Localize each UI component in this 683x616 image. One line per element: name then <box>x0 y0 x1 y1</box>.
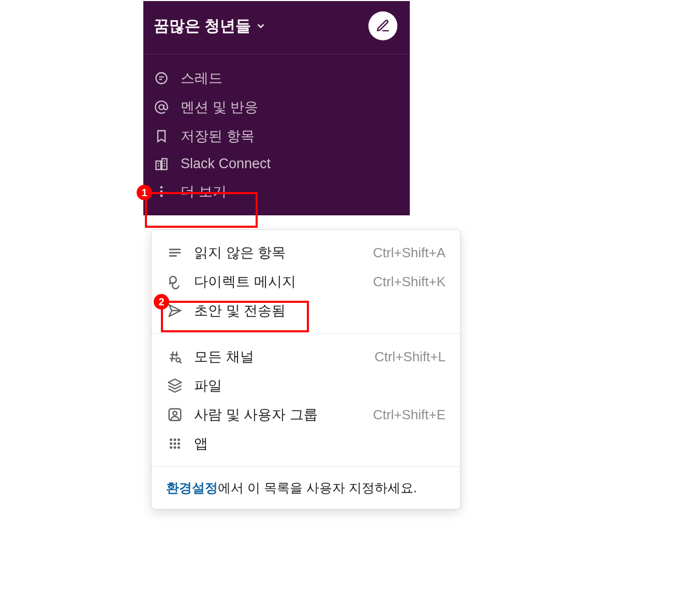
menu-item-label: 사람 및 사용자 그룹 <box>194 405 373 424</box>
sidebar-item-label: Slack Connect <box>181 156 271 172</box>
popup-footer-text: 에서 이 목록을 사용자 지정하세요. <box>218 480 417 495</box>
at-icon <box>154 99 169 115</box>
svg-marker-17 <box>169 379 182 386</box>
popup-section-1: 읽지 않은 항목 Ctrl+Shift+A 다이렉트 메시지 Ctrl+Shif… <box>152 230 460 333</box>
menu-item-drafts[interactable]: 초안 및 전송됨 <box>152 296 460 325</box>
keyboard-shortcut: Ctrl+Shift+K <box>373 274 446 290</box>
layers-icon <box>166 377 184 394</box>
svg-line-14 <box>176 351 177 357</box>
sidebar-item-label: 더 보기 <box>181 182 227 201</box>
hash-search-icon <box>166 348 184 365</box>
more-menu-popup: 읽지 않은 항목 Ctrl+Shift+A 다이렉트 메시지 Ctrl+Shif… <box>151 229 461 509</box>
annotation-badge-2: 2 <box>154 294 169 310</box>
svg-point-21 <box>174 438 176 441</box>
svg-point-27 <box>174 446 176 449</box>
svg-point-4 <box>160 186 163 189</box>
svg-point-20 <box>170 438 172 441</box>
svg-point-28 <box>177 446 180 449</box>
svg-point-22 <box>177 438 180 441</box>
list-icon <box>166 244 184 261</box>
sidebar-item-label: 멘션 및 반응 <box>181 98 258 116</box>
svg-point-23 <box>170 443 172 445</box>
svg-point-25 <box>177 443 180 445</box>
menu-item-label: 초안 및 전송됨 <box>194 301 446 320</box>
popup-section-2: 모든 채널 Ctrl+Shift+L 파일 사람 및 사용자 그룹 Ctrl+S… <box>152 333 460 466</box>
sidebar-item-slack-connect[interactable]: Slack Connect <box>143 151 410 177</box>
svg-line-16 <box>180 361 182 363</box>
svg-line-13 <box>172 351 173 362</box>
slack-sidebar: 꿈많은 청년들 스레드 멘션 및 반응 저장된 항목 <box>143 1 410 215</box>
menu-item-label: 다이렉트 메시지 <box>194 272 373 291</box>
workspace-header: 꿈많은 청년들 <box>143 1 410 54</box>
sidebar-item-saved[interactable]: 저장된 항목 <box>143 122 410 151</box>
menu-item-label: 모든 채널 <box>194 347 375 366</box>
popup-footer: 환경설정에서 이 목록을 사용자 지정하세요. <box>152 466 460 509</box>
chevron-down-icon <box>255 20 266 32</box>
menu-item-label: 파일 <box>194 376 446 395</box>
workspace-switcher[interactable]: 꿈많은 청년들 <box>154 16 266 37</box>
svg-point-19 <box>173 412 177 416</box>
sidebar-item-mentions[interactable]: 멘션 및 반응 <box>143 93 410 122</box>
compose-button[interactable] <box>368 11 397 40</box>
svg-point-6 <box>160 195 163 197</box>
svg-point-0 <box>156 73 167 84</box>
grid-icon <box>166 435 184 452</box>
svg-point-26 <box>170 446 172 449</box>
buildings-icon <box>154 156 169 172</box>
sidebar-item-label: 스레드 <box>181 69 222 87</box>
sidebar-item-more[interactable]: 더 보기 <box>143 177 410 206</box>
sidebar-nav: 스레드 멘션 및 반응 저장된 항목 Slack Connect 더 보기 <box>143 54 410 215</box>
menu-item-people[interactable]: 사람 및 사용자 그룹 Ctrl+Shift+E <box>152 400 460 429</box>
bookmark-icon <box>154 128 169 144</box>
menu-item-dm[interactable]: 다이렉트 메시지 Ctrl+Shift+K <box>152 267 460 296</box>
workspace-name-label: 꿈많은 청년들 <box>154 16 251 37</box>
menu-item-unread[interactable]: 읽지 않은 항목 Ctrl+Shift+A <box>152 238 460 267</box>
more-vertical-icon <box>154 184 169 199</box>
preferences-link[interactable]: 환경설정 <box>166 480 218 495</box>
menu-item-label: 앱 <box>194 434 446 453</box>
sidebar-item-threads[interactable]: 스레드 <box>143 64 410 93</box>
keyboard-shortcut: Ctrl+Shift+L <box>375 349 446 365</box>
annotation-badge-1: 1 <box>137 185 152 200</box>
sidebar-item-label: 저장된 항목 <box>181 127 255 145</box>
menu-item-files[interactable]: 파일 <box>152 371 460 400</box>
menu-item-all-channels[interactable]: 모든 채널 Ctrl+Shift+L <box>152 342 460 371</box>
menu-item-label: 읽지 않은 항목 <box>194 243 373 262</box>
svg-point-1 <box>159 105 164 109</box>
svg-point-5 <box>160 190 163 193</box>
people-icon <box>166 406 184 423</box>
compose-icon <box>376 19 390 33</box>
threads-icon <box>154 70 169 86</box>
menu-item-apps[interactable]: 앱 <box>152 429 460 458</box>
svg-rect-2 <box>156 161 161 169</box>
svg-point-24 <box>174 443 176 445</box>
keyboard-shortcut: Ctrl+Shift+A <box>373 245 446 261</box>
dm-icon <box>166 273 184 290</box>
keyboard-shortcut: Ctrl+Shift+E <box>373 407 446 423</box>
